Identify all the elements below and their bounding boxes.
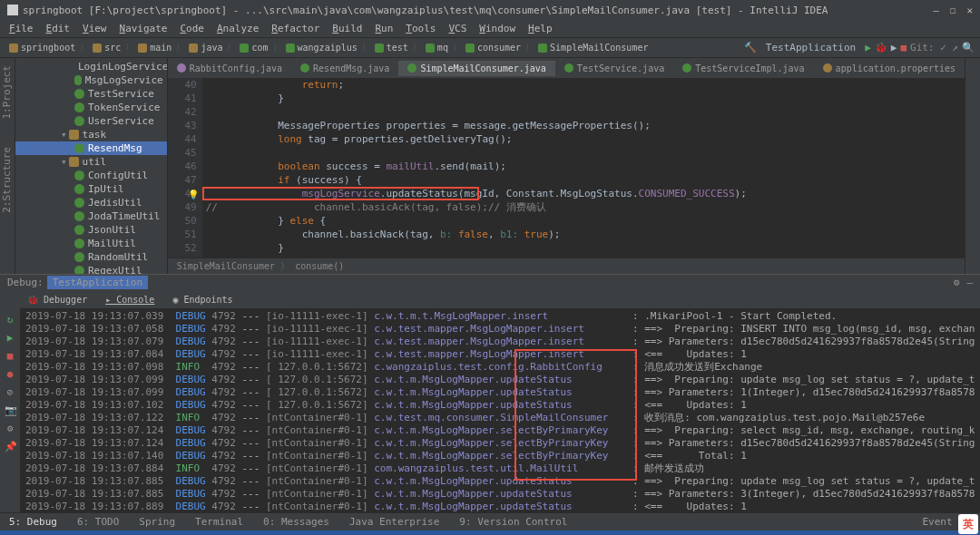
- tree-node[interactable]: ResendMsg: [15, 141, 167, 155]
- tree-node[interactable]: ConfigUtil: [15, 169, 167, 182]
- editor-tab[interactable]: RabbitConfig.java: [168, 61, 291, 76]
- debug-icon[interactable]: 🐞: [875, 42, 887, 54]
- toolwindow-tab[interactable]: Spring: [133, 514, 181, 530]
- status-bar: ☐ TestApplication: Failed to retrieve ap…: [0, 530, 980, 535]
- editor-tabs: RabbitConfig.javaResendMsg.javaSimpleMai…: [168, 58, 965, 78]
- breadcrumb[interactable]: wangzaiplus: [282, 41, 361, 54]
- structure-tab[interactable]: 2:Structure: [1, 147, 13, 213]
- app-icon: [7, 5, 18, 15]
- run-config[interactable]: TestApplication: [760, 42, 861, 54]
- bottom-toolwindow-bar: 5: Debug6: TODOSpringTerminal0: Messages…: [0, 512, 980, 530]
- editor-tab[interactable]: SimpleMailConsumer.java: [398, 61, 554, 76]
- toolwindow-tab[interactable]: Terminal: [190, 514, 249, 530]
- log-line: 2019-07-18 19:13:07.884 INFO 4792 --- [n…: [25, 462, 975, 475]
- debug-app[interactable]: TestApplication: [47, 276, 148, 289]
- breadcrumb[interactable]: src: [89, 41, 124, 54]
- resume-icon[interactable]: ▶: [5, 332, 15, 343]
- menu-analyze[interactable]: Analyze: [211, 21, 264, 36]
- breadcrumb[interactable]: springboot: [5, 41, 79, 54]
- menu-navigate[interactable]: Navigate: [114, 21, 173, 36]
- editor-breadcrumb[interactable]: SimpleMailConsumer 〉 consume(): [168, 258, 965, 274]
- toolwindow-tab[interactable]: 9: Version Control: [454, 514, 573, 530]
- breadcrumb[interactable]: SimpleMailConsumer: [534, 41, 652, 54]
- tree-node[interactable]: RegexUtil: [15, 264, 167, 274]
- tree-node[interactable]: RandomUtil: [15, 250, 167, 264]
- mute-icon[interactable]: ⊘: [5, 386, 15, 397]
- editor-tab[interactable]: TestService.java: [555, 61, 673, 76]
- debug-rail: ↻ ▶ ■ ● ⊘ 📷 ⚙ 📌: [0, 308, 20, 512]
- maximize-icon[interactable]: ☐: [950, 5, 956, 16]
- breadcrumb[interactable]: java: [185, 41, 226, 54]
- run-coverage-icon[interactable]: ▶: [891, 42, 897, 54]
- breadcrumb[interactable]: main: [134, 41, 175, 54]
- project-panel: LoginLogServiceMsgLogServiceTestServiceT…: [15, 58, 168, 274]
- log-line: 2019-07-18 19:13:07.098 INFO 4792 --- [ …: [25, 361, 975, 374]
- settings-icon[interactable]: ⚙: [954, 277, 960, 288]
- menu-view[interactable]: View: [77, 21, 113, 36]
- tree-node[interactable]: TestService: [15, 87, 167, 101]
- run-icon[interactable]: ▶: [865, 42, 871, 54]
- log-line: 2019-07-18 19:13:07.889 DEBUG 4792 --- […: [25, 501, 975, 512]
- tree-node[interactable]: ▾util: [15, 155, 167, 169]
- dump-icon[interactable]: 📷: [5, 404, 15, 415]
- intention-bulb-icon[interactable]: 💡: [188, 188, 199, 201]
- pin-icon[interactable]: 📌: [5, 441, 15, 452]
- ime-indicator[interactable]: 英: [958, 514, 978, 534]
- tree-node[interactable]: JedisUtil: [15, 196, 167, 209]
- debug-tab-endpoints[interactable]: ◉ Endpoints: [165, 292, 240, 307]
- menu-edit[interactable]: Edit: [41, 21, 76, 36]
- debug-tab-debugger[interactable]: 🐞 Debugger: [20, 292, 94, 307]
- menu-refactor[interactable]: Refactor: [266, 21, 325, 36]
- tree-node[interactable]: JsonUtil: [15, 223, 167, 237]
- breadcrumb[interactable]: com: [236, 41, 271, 54]
- log-line: 2019-07-18 19:13:07.102 DEBUG 4792 --- […: [25, 399, 975, 412]
- editor-tab[interactable]: TestServiceImpl.java: [673, 61, 813, 76]
- debug-console[interactable]: 2019-07-18 19:13:07.039 DEBUG 4792 --- […: [20, 308, 980, 512]
- tree-node[interactable]: ▾task: [15, 128, 167, 141]
- menu-build[interactable]: Build: [327, 21, 368, 36]
- log-line: 2019-07-18 19:13:07.124 DEBUG 4792 --- […: [25, 424, 975, 437]
- left-rail: 1:Project 2:Structure: [0, 58, 15, 274]
- breadcrumb[interactable]: consumer: [462, 41, 524, 54]
- toolwindow-tab[interactable]: Java Enterprise: [344, 514, 445, 530]
- minimize-icon[interactable]: —: [933, 5, 939, 16]
- menu-vcs[interactable]: VCS: [443, 21, 472, 36]
- toolwindow-tab[interactable]: 0: Messages: [258, 514, 335, 530]
- debug-tab-console[interactable]: ▸ Console: [98, 292, 162, 307]
- breadcrumb[interactable]: test: [371, 41, 412, 54]
- menu-run[interactable]: Run: [369, 21, 398, 36]
- breakpoints-icon[interactable]: ●: [5, 368, 15, 379]
- git-label[interactable]: Git: ✓ ↗: [910, 42, 958, 54]
- tree-node[interactable]: LoginLogService: [15, 60, 167, 73]
- hide-icon[interactable]: —: [966, 277, 973, 288]
- search-icon[interactable]: 🔍: [962, 42, 975, 54]
- menu-tools[interactable]: Tools: [400, 21, 441, 36]
- menu-window[interactable]: Window: [474, 21, 521, 36]
- close-icon[interactable]: ✕: [966, 5, 973, 16]
- menu-bar: FileEditViewNavigateCodeAnalyzeRefactorB…: [0, 20, 980, 38]
- tree-node[interactable]: MailUtil: [15, 237, 167, 250]
- tree-node[interactable]: UserService: [15, 114, 167, 128]
- tree-node[interactable]: JodaTimeUtil: [15, 209, 167, 223]
- menu-code[interactable]: Code: [174, 21, 210, 36]
- toolwindow-tab[interactable]: 5: Debug: [4, 514, 63, 530]
- stop-icon[interactable]: ■: [900, 42, 906, 54]
- menu-file[interactable]: File: [4, 21, 39, 36]
- build-icon[interactable]: 🔨: [744, 42, 757, 54]
- code-editor[interactable]: 4041424344454647484950515253 💡 return; }…: [168, 78, 965, 258]
- stop-icon[interactable]: ■: [5, 350, 15, 361]
- editor-tab[interactable]: application.properties: [814, 61, 965, 76]
- tree-node[interactable]: TokenService: [15, 101, 167, 114]
- menu-help[interactable]: Help: [523, 21, 558, 36]
- tree-node[interactable]: MsgLogService: [15, 73, 167, 87]
- editor-tab[interactable]: ResendMsg.java: [291, 61, 398, 76]
- debug-tabs: 🐞 Debugger▸ Console◉ Endpoints: [0, 290, 980, 308]
- settings-icon[interactable]: ⚙: [5, 423, 15, 433]
- toolwindow-tab[interactable]: 6: TODO: [72, 514, 124, 530]
- rerun-icon[interactable]: ↻: [5, 314, 15, 325]
- log-line: 2019-07-18 19:13:07.084 DEBUG 4792 --- […: [25, 348, 975, 361]
- breadcrumb[interactable]: mq: [422, 41, 452, 54]
- project-tab[interactable]: 1:Project: [1, 65, 13, 120]
- tree-node[interactable]: IpUtil: [15, 182, 167, 196]
- nav-bar: springboot〉src〉main〉java〉com〉wangzaiplus…: [0, 38, 980, 58]
